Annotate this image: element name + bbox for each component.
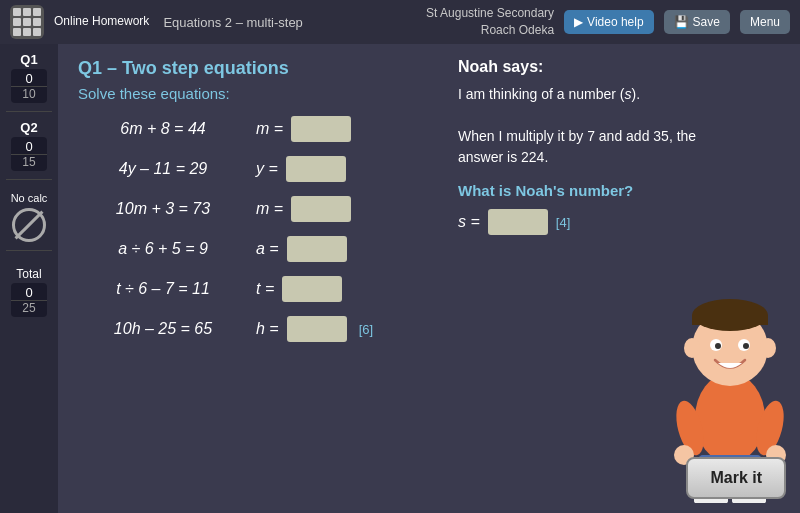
noah-section: Noah says: I am thinking of a number (s)…: [458, 58, 790, 235]
sidebar-divider-3: [6, 250, 52, 251]
eq-input-6[interactable]: [287, 316, 347, 342]
sidebar: Q1 0 10 Q2 0 15 No calc Total 0 25: [0, 44, 58, 513]
total-score-box: 0 25: [11, 283, 47, 317]
no-calc: No calc: [11, 192, 48, 242]
eq-input-4[interactable]: [287, 236, 347, 262]
video-help-button[interactable]: ▶ Video help: [564, 10, 654, 34]
equation-row-4: a ÷ 6 + 5 = 9 a =: [78, 236, 458, 262]
noah-question: What is Noah's number?: [458, 182, 790, 199]
no-calc-icon: [12, 208, 46, 242]
sidebar-divider-2: [6, 179, 52, 180]
content-area: Q1 – Two step equations Solve these equa…: [58, 44, 800, 513]
eq-text-1: 6m + 8 = 44: [78, 120, 248, 138]
sidebar-total: Total 0 25: [11, 267, 47, 317]
menu-button[interactable]: Menu: [740, 10, 790, 34]
svg-rect-3: [692, 315, 768, 325]
save-icon: 💾: [674, 15, 689, 29]
equation-row-3: 10m + 3 = 73 m =: [78, 196, 458, 222]
eq-text-2: 4y – 11 = 29: [78, 160, 248, 178]
svg-point-8: [684, 338, 700, 358]
eq-input-5[interactable]: [282, 276, 342, 302]
main-area: Q1 0 10 Q2 0 15 No calc Total 0 25: [0, 44, 800, 513]
sidebar-item-q1[interactable]: Q1 0 10: [4, 52, 54, 103]
equation-row-2: 4y – 11 = 29 y =: [78, 156, 458, 182]
mark-it-button[interactable]: Mark it: [686, 457, 786, 499]
app-title: Online Homework: [54, 14, 149, 30]
eq-var-5: t =: [256, 280, 274, 298]
noah-input[interactable]: [488, 209, 548, 235]
eq-text-3: 10m + 3 = 73: [78, 200, 248, 218]
equations-section: 6m + 8 = 44 m = 4y – 11 = 29 y = 10m + 3…: [78, 116, 458, 342]
equation-row-6: 10h – 25 = 65 h = [6]: [78, 316, 458, 342]
eq-var-1: m =: [256, 120, 283, 138]
sidebar-item-q2[interactable]: Q2 0 15: [4, 120, 54, 171]
eq-var-6: h =: [256, 320, 279, 338]
noah-var: s =: [458, 213, 480, 231]
eq-mark-6: [6]: [359, 322, 373, 337]
assignment-title: Equations 2 – multi-step: [163, 15, 302, 30]
eq-text-5: t ÷ 6 – 7 = 11: [78, 280, 248, 298]
sidebar-divider: [6, 111, 52, 112]
noah-mark: [4]: [556, 215, 570, 230]
q1-score-box: 0 10: [11, 69, 47, 103]
svg-point-7: [743, 343, 749, 349]
noah-text: I am thinking of a number (s). When I mu…: [458, 84, 718, 168]
q2-score-box: 0 15: [11, 137, 47, 171]
eq-text-6: 10h – 25 = 65: [78, 320, 248, 338]
eq-input-2[interactable]: [286, 156, 346, 182]
equation-row-1: 6m + 8 = 44 m =: [78, 116, 458, 142]
eq-text-4: a ÷ 6 + 5 = 9: [78, 240, 248, 258]
school-info: St Augustine Secondary Roach Odeka: [426, 5, 554, 39]
logo: [10, 5, 44, 39]
svg-point-6: [715, 343, 721, 349]
eq-var-2: y =: [256, 160, 278, 178]
eq-input-1[interactable]: [291, 116, 351, 142]
save-button[interactable]: 💾 Save: [664, 10, 730, 34]
noah-heading: Noah says:: [458, 58, 790, 76]
eq-var-3: m =: [256, 200, 283, 218]
video-icon: ▶: [574, 15, 583, 29]
equation-row-5: t ÷ 6 – 7 = 11 t =: [78, 276, 458, 302]
noah-answer-row: s = [4]: [458, 209, 790, 235]
eq-input-3[interactable]: [291, 196, 351, 222]
svg-point-0: [695, 373, 765, 463]
svg-point-9: [760, 338, 776, 358]
top-bar: Online Homework Equations 2 – multi-step…: [0, 0, 800, 44]
eq-var-4: a =: [256, 240, 279, 258]
